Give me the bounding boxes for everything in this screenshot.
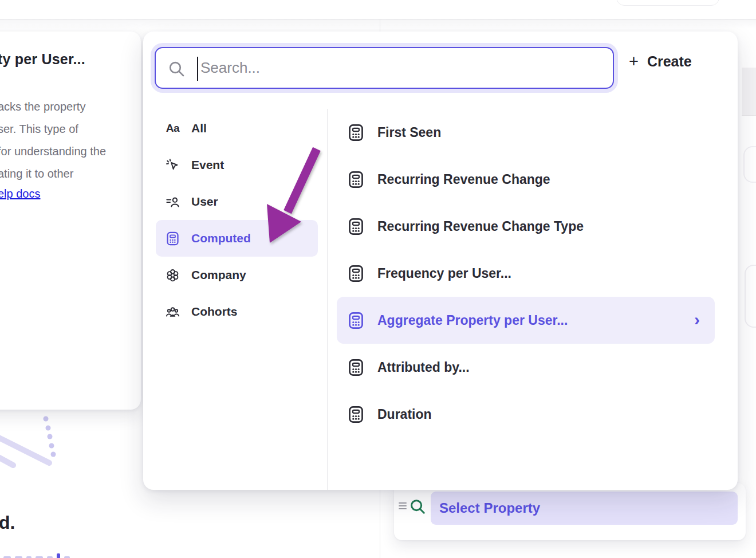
property-item-aggregate-property-per-user[interactable]: Aggregate Property per User... › xyxy=(337,297,715,344)
sidebar-item-label: User xyxy=(191,195,218,209)
calculator-icon xyxy=(346,264,365,283)
calculator-icon xyxy=(346,405,365,424)
sidebar-item-label: Cohorts xyxy=(191,305,238,319)
property-label: Attributed by... xyxy=(377,360,470,375)
calculator-icon xyxy=(346,358,365,377)
property-item-frequency-per-user[interactable]: Frequency per User... xyxy=(337,250,715,297)
calculator-icon xyxy=(346,170,365,189)
select-property-card: Select Property xyxy=(394,483,746,540)
background-panel-fragment xyxy=(742,68,756,116)
calculator-icon xyxy=(165,231,180,246)
chevron-right-icon: › xyxy=(694,310,700,329)
property-label: First Seen xyxy=(377,125,441,140)
tooltip-body-line: acks the property xyxy=(0,96,139,118)
search-icon xyxy=(409,498,426,515)
text-format-icon: Aa xyxy=(165,121,180,136)
background-outline-fragment xyxy=(745,265,756,328)
background-outline-fragment xyxy=(743,146,756,183)
property-item-duration[interactable]: Duration xyxy=(337,391,715,438)
clipped-text-fragment xyxy=(3,553,70,558)
select-property-button[interactable]: Select Property xyxy=(431,492,738,525)
property-tooltip-card: ty per User... acks the property ser. Th… xyxy=(0,32,141,410)
property-item-attributed-by[interactable]: Attributed by... xyxy=(337,344,715,391)
sidebar-item-label: All xyxy=(191,121,207,135)
property-item-recurring-revenue-change[interactable]: Recurring Revenue Change xyxy=(337,156,715,203)
create-button[interactable]: + Create xyxy=(629,53,692,70)
property-picker-modal: + Create Aa All Event xyxy=(143,32,738,490)
sidebar-item-user[interactable]: User xyxy=(156,183,318,220)
property-label: Recurring Revenue Change xyxy=(377,172,550,187)
company-cluster-icon xyxy=(165,268,180,283)
sidebar-item-computed[interactable]: Computed xyxy=(156,220,318,257)
sidebar-item-label: Event xyxy=(191,158,224,172)
property-item-recurring-revenue-change-type[interactable]: Recurring Revenue Change Type xyxy=(337,203,715,250)
cohorts-group-icon xyxy=(165,304,180,320)
calculator-icon xyxy=(346,123,365,142)
tooltip-body-line: ser. This type of xyxy=(0,118,139,140)
property-list: First Seen Recurring Revenue Change xyxy=(337,109,715,438)
sidebar-item-all[interactable]: Aa All xyxy=(156,110,318,147)
property-item-first-seen[interactable]: First Seen xyxy=(337,109,715,156)
property-label: Duration xyxy=(377,407,432,422)
decorative-lines-illustration xyxy=(0,411,63,474)
clipped-heading-fragment: d. xyxy=(0,512,15,533)
search-field xyxy=(155,47,614,89)
tooltip-body: acks the property ser. This type of for … xyxy=(0,96,139,185)
tooltip-body-line: ating it to other xyxy=(0,163,139,185)
sidebar-item-label: Company xyxy=(191,268,246,282)
create-button-label: Create xyxy=(647,53,692,70)
tooltip-title: ty per User... xyxy=(0,51,135,68)
background-button-fragment xyxy=(616,0,719,6)
text-caret xyxy=(197,57,198,81)
sidebar-item-event[interactable]: Event xyxy=(156,147,318,183)
sidebar-item-label: Computed xyxy=(191,231,251,245)
property-label: Frequency per User... xyxy=(377,266,511,281)
top-divider-shadow xyxy=(0,19,756,29)
event-cursor-icon xyxy=(165,158,180,173)
sidebar-item-company[interactable]: Company xyxy=(156,257,318,293)
property-label: Recurring Revenue Change Type xyxy=(377,219,584,234)
screen: ty per User... acks the property ser. Th… xyxy=(0,0,756,558)
sidebar-item-cohorts[interactable]: Cohorts xyxy=(156,293,318,330)
tooltip-body-line: for understanding the xyxy=(0,140,139,163)
user-profile-icon xyxy=(165,194,180,210)
plus-icon: + xyxy=(629,53,639,70)
calculator-icon xyxy=(346,311,365,330)
calculator-icon xyxy=(346,217,365,236)
sidebar-list-divider xyxy=(327,109,328,490)
drag-handle-icon[interactable] xyxy=(399,501,408,511)
search-input[interactable] xyxy=(156,48,613,88)
category-sidebar: Aa All Event xyxy=(156,110,318,330)
help-docs-link[interactable]: elp docs xyxy=(0,187,41,201)
property-label: Aggregate Property per User... xyxy=(377,313,568,328)
